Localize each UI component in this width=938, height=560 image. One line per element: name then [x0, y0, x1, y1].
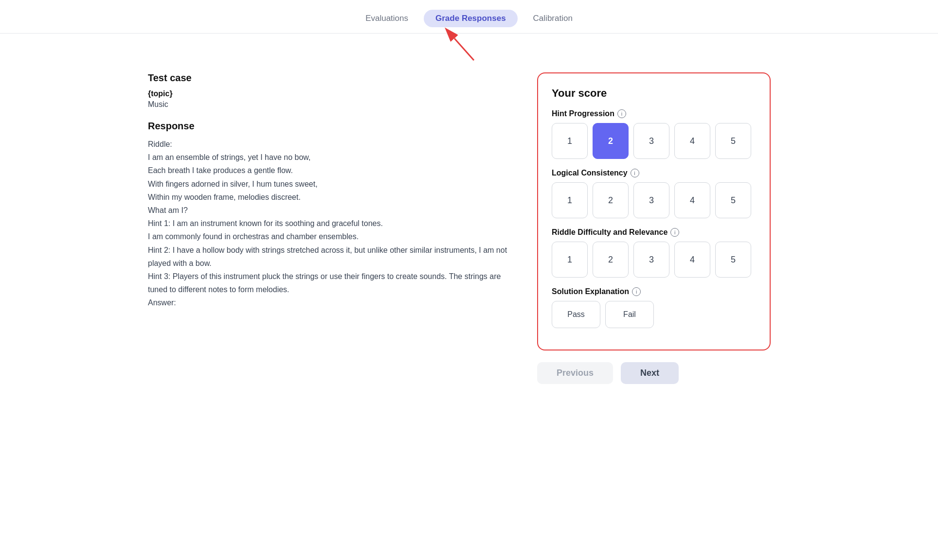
logical-consistency-btn-2[interactable]: 2	[593, 182, 629, 218]
hint-progression-btn-5[interactable]: 5	[715, 123, 751, 159]
tab-grade-responses[interactable]: Grade Responses	[424, 10, 518, 27]
riddle-difficulty-buttons: 1 2 3 4 5	[552, 242, 756, 278]
red-arrow-annotation	[445, 34, 484, 63]
riddle-difficulty-btn-1[interactable]: 1	[552, 242, 588, 278]
right-column: Your score Hint Progression i 1 2 3 4 5	[537, 72, 771, 384]
riddle-difficulty-label: Riddle Difficulty and Relevance i	[552, 228, 756, 237]
logical-consistency-btn-4[interactable]: 4	[674, 182, 710, 218]
riddle-difficulty-btn-3[interactable]: 3	[633, 242, 669, 278]
hint-progression-info-icon[interactable]: i	[617, 109, 626, 118]
response-line-8: I am commonly found in orchestras and ch…	[148, 230, 518, 243]
previous-button[interactable]: Previous	[537, 362, 613, 384]
annotation-arrow-container	[0, 34, 938, 63]
response-line-3: Each breath I take produces a gentle flo…	[148, 164, 518, 177]
main-content: Test case {topic} Music Response Riddle:…	[128, 63, 810, 394]
response-line-10: Hint 3: Players of this instrument pluck…	[148, 270, 518, 296]
svg-line-1	[454, 38, 474, 60]
response-line-2: I am an ensemble of strings, yet I have …	[148, 151, 518, 164]
navigation-buttons: Previous Next	[537, 362, 771, 384]
riddle-difficulty-btn-4[interactable]: 4	[674, 242, 710, 278]
response-title: Response	[148, 121, 518, 132]
test-case-title: Test case	[148, 72, 518, 84]
response-line-11: Answer:	[148, 296, 518, 309]
hint-progression-btn-2[interactable]: 2	[593, 123, 629, 159]
response-line-4: With fingers adorned in silver, I hum tu…	[148, 177, 518, 191]
logical-consistency-btn-5[interactable]: 5	[715, 182, 751, 218]
hint-progression-label: Hint Progression i	[552, 109, 756, 118]
tab-calibration[interactable]: Calibration	[522, 10, 584, 27]
riddle-difficulty-btn-5[interactable]: 5	[715, 242, 751, 278]
solution-explanation-pass-btn[interactable]: Pass	[552, 301, 600, 328]
solution-explanation-label: Solution Explanation i	[552, 287, 756, 296]
logical-consistency-btn-3[interactable]: 3	[633, 182, 669, 218]
response-line-5: Within my wooden frame, melodies discree…	[148, 191, 518, 204]
category-hint-progression: Hint Progression i 1 2 3 4 5	[552, 109, 756, 159]
hint-progression-buttons: 1 2 3 4 5	[552, 123, 756, 159]
riddle-difficulty-info-icon[interactable]: i	[670, 228, 679, 237]
solution-explanation-buttons: Pass Fail	[552, 301, 756, 328]
logical-consistency-info-icon[interactable]: i	[631, 169, 639, 177]
hint-progression-btn-3[interactable]: 3	[633, 123, 669, 159]
response-line-7: Hint 1: I am an instrument known for its…	[148, 217, 518, 230]
solution-explanation-fail-btn[interactable]: Fail	[605, 301, 654, 328]
response-line-6: What am I?	[148, 204, 518, 217]
response-line-9: Hint 2: I have a hollow body with string…	[148, 244, 518, 270]
category-solution-explanation: Solution Explanation i Pass Fail	[552, 287, 756, 328]
category-riddle-difficulty: Riddle Difficulty and Relevance i 1 2 3 …	[552, 228, 756, 278]
topic-value: Music	[148, 100, 518, 109]
response-line-1: Riddle:	[148, 138, 518, 151]
hint-progression-btn-1[interactable]: 1	[552, 123, 588, 159]
hint-progression-btn-4[interactable]: 4	[674, 123, 710, 159]
riddle-difficulty-btn-2[interactable]: 2	[593, 242, 629, 278]
logical-consistency-label: Logical Consistency i	[552, 169, 756, 177]
category-logical-consistency: Logical Consistency i 1 2 3 4 5	[552, 169, 756, 218]
score-panel-title: Your score	[552, 87, 756, 100]
response-text: Riddle: I am an ensemble of strings, yet…	[148, 138, 518, 309]
left-column: Test case {topic} Music Response Riddle:…	[148, 72, 518, 384]
tab-evaluations[interactable]: Evaluations	[354, 10, 420, 27]
topic-label: {topic}	[148, 89, 518, 98]
logical-consistency-buttons: 1 2 3 4 5	[552, 182, 756, 218]
logical-consistency-btn-1[interactable]: 1	[552, 182, 588, 218]
solution-explanation-info-icon[interactable]: i	[632, 287, 641, 296]
next-button[interactable]: Next	[621, 362, 679, 384]
score-panel: Your score Hint Progression i 1 2 3 4 5	[537, 72, 771, 350]
top-navigation: Evaluations Grade Responses Calibration	[0, 0, 938, 34]
